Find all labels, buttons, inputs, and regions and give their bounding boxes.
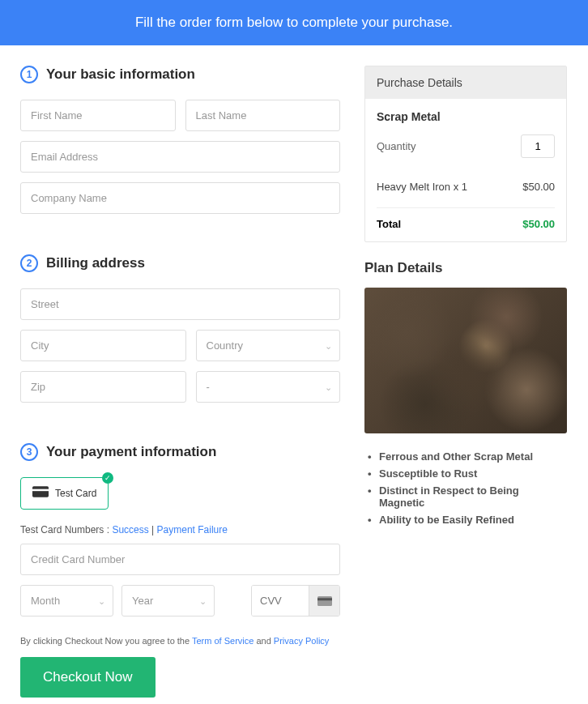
plan-image [364, 288, 567, 433]
card-back-icon [309, 586, 339, 616]
year-select[interactable]: Year [121, 585, 215, 617]
quantity-input[interactable] [521, 134, 555, 158]
list-item: Ability to be Easily Refined [379, 511, 567, 528]
list-item: Distinct in Respect to Being Magnetic [379, 482, 567, 511]
svg-rect-0 [32, 486, 49, 497]
section-basic-info: 1 Your basic information [20, 66, 340, 83]
terms-text: By clicking Checkout Now you agree to th… [20, 636, 340, 646]
plan-details-title: Plan Details [364, 260, 567, 276]
product-name: Scrap Metal [377, 110, 555, 123]
section-title-payment: Your payment information [46, 444, 216, 460]
card-option-label: Test Card [55, 488, 96, 499]
line-item-amount: $50.00 [522, 181, 555, 193]
street-input[interactable] [20, 288, 340, 320]
step-number-2: 2 [20, 254, 38, 272]
svg-rect-3 [317, 598, 332, 600]
plan-bullet-list: Ferrous and Other Scrap Metal Susceptibl… [364, 448, 567, 528]
city-input[interactable] [20, 330, 186, 361]
last-name-input[interactable] [185, 100, 341, 131]
total-label: Total [377, 218, 401, 230]
terms-of-service-link[interactable]: Term of Service [192, 636, 254, 646]
state-select[interactable]: - [196, 371, 341, 403]
card-option-test[interactable]: Test Card ✓ [20, 477, 109, 510]
total-amount: $50.00 [522, 218, 555, 230]
list-item: Ferrous and Other Scrap Metal [379, 448, 567, 465]
step-number-3: 3 [20, 443, 38, 461]
purchase-details-header: Purchase Details [365, 66, 566, 99]
success-link[interactable]: Success [112, 524, 148, 535]
step-number-1: 1 [20, 66, 38, 83]
header-banner: Fill the order form below to complete yo… [0, 0, 588, 45]
section-title-billing: Billing address [46, 255, 145, 271]
purchase-details-panel: Purchase Details Scrap Metal Quantity He… [364, 66, 567, 242]
line-item-label: Heavy Melt Iron x 1 [377, 181, 467, 193]
failure-link[interactable]: Payment Failure [157, 524, 228, 535]
checkout-button[interactable]: Checkout Now [20, 657, 156, 698]
quantity-label: Quantity [377, 140, 415, 152]
svg-rect-1 [32, 489, 49, 492]
svg-rect-2 [317, 596, 332, 606]
zip-input[interactable] [20, 371, 186, 403]
section-title-basic: Your basic information [46, 66, 195, 83]
first-name-input[interactable] [20, 100, 176, 131]
check-icon: ✓ [102, 472, 113, 484]
country-select[interactable]: Country [196, 330, 341, 361]
privacy-policy-link[interactable]: Privacy Policy [274, 636, 329, 646]
list-item: Susceptible to Rust [379, 465, 567, 482]
company-input[interactable] [20, 182, 340, 214]
credit-card-input[interactable] [20, 544, 340, 575]
month-select[interactable]: Month [20, 585, 113, 617]
cvv-input[interactable] [252, 586, 309, 616]
section-billing: 2 Billing address [20, 254, 340, 272]
test-card-numbers-text: Test Card Numbers : Success | Payment Fa… [20, 524, 340, 535]
email-input[interactable] [20, 141, 340, 173]
credit-card-icon [32, 486, 49, 501]
section-payment: 3 Your payment information [20, 443, 340, 461]
